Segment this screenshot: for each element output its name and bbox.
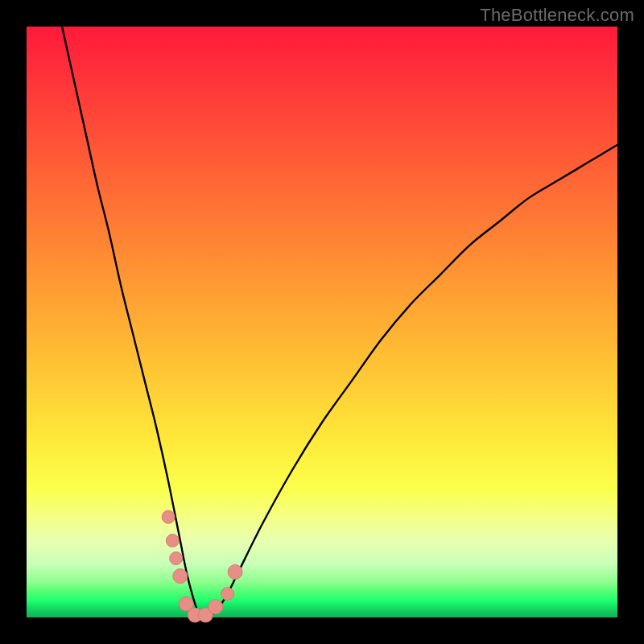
chart-frame: TheBottleneck.com bbox=[0, 0, 644, 644]
chart-svg bbox=[27, 27, 617, 617]
marker-group bbox=[162, 510, 242, 622]
data-marker bbox=[208, 600, 223, 614]
watermark-text: TheBottleneck.com bbox=[480, 5, 634, 26]
data-marker bbox=[166, 535, 179, 547]
data-marker bbox=[228, 564, 242, 579]
chart-plot-area bbox=[27, 27, 617, 617]
data-marker bbox=[170, 552, 183, 565]
data-marker bbox=[221, 588, 234, 601]
bottleneck-curve bbox=[62, 27, 617, 617]
data-marker bbox=[162, 510, 175, 523]
data-marker bbox=[173, 569, 188, 584]
